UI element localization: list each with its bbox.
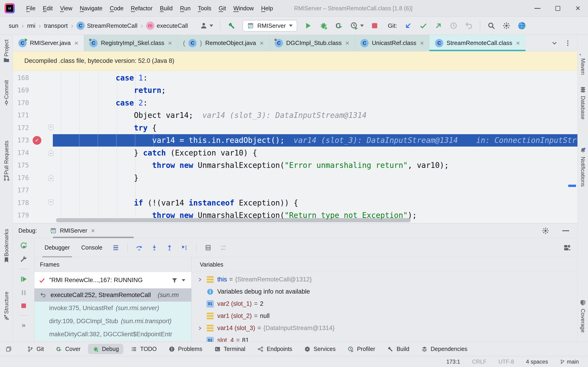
- variable-row[interactable]: slot_4=81: [191, 334, 578, 342]
- frame-row[interactable]: executeCall:252, StreamRemoteCall(sun.rm: [35, 289, 191, 302]
- code-line-178[interactable]: 178 if (!(var14 instanceof Exception)) {: [13, 197, 578, 209]
- variable-row[interactable]: this={StreamRemoteCall@1312}: [191, 273, 578, 286]
- code-line-176[interactable]: 176 }: [13, 172, 578, 184]
- tab-remoteobject-java[interactable]: ()RemoteObject.java×: [178, 35, 269, 51]
- breadcrumb-item-executecall[interactable]: executeCall: [144, 21, 190, 31]
- fold-marker-icon[interactable]: [48, 175, 53, 181]
- menu-git[interactable]: Git: [215, 4, 230, 13]
- code-with-me-button[interactable]: [200, 22, 213, 30]
- variable-row[interactable]: var14 (slot_3)={DataInputStream@1314}: [191, 322, 578, 334]
- debug-settings-wrench-button[interactable]: [20, 256, 27, 263]
- stripe-item-pull-requests[interactable]: Pull Requests: [3, 141, 10, 184]
- close-icon[interactable]: ×: [74, 40, 78, 47]
- expand-chevron-icon[interactable]: [197, 325, 203, 331]
- tool-button-git[interactable]: Git: [23, 344, 48, 354]
- close-button[interactable]: ×: [568, 0, 588, 17]
- breadcrumb-item-transport[interactable]: transport: [42, 21, 69, 30]
- git-push-button[interactable]: [434, 22, 443, 30]
- tool-button-todo[interactable]: TODO: [126, 344, 161, 354]
- code-line-177[interactable]: 177: [13, 184, 578, 197]
- close-icon[interactable]: ×: [91, 227, 95, 234]
- tool-button-cover[interactable]: CCover: [51, 344, 85, 354]
- tab-unicastref-class[interactable]: UnicastRef.class×: [355, 35, 430, 51]
- menu-tools[interactable]: Tools: [194, 4, 215, 13]
- code-line-169[interactable]: 169 return;: [13, 84, 578, 97]
- run-configuration-select[interactable]: RMIServer: [242, 20, 297, 32]
- resume-button[interactable]: [20, 275, 27, 283]
- tool-button-debug[interactable]: Debug: [88, 344, 124, 354]
- close-icon[interactable]: ×: [345, 40, 349, 47]
- step-into-button[interactable]: [151, 244, 158, 251]
- menu-edit[interactable]: Edit: [39, 4, 56, 13]
- tool-window-switcher-button[interactable]: [6, 346, 12, 352]
- breadcrumb-item-rmi[interactable]: rmi: [25, 21, 37, 30]
- tool-button-problems[interactable]: Problems: [164, 344, 207, 354]
- step-out-button[interactable]: [166, 244, 173, 251]
- scrollbar-thumb[interactable]: [568, 185, 576, 187]
- tab-rmiserver-java[interactable]: RMIServer.java×: [13, 35, 84, 51]
- maximize-button[interactable]: [548, 0, 568, 17]
- hide-panel-button[interactable]: [562, 230, 569, 231]
- horizontal-scrollbar[interactable]: [56, 218, 411, 222]
- history-button[interactable]: [450, 22, 458, 30]
- stripe-item-notifications[interactable]: Notifications: [579, 147, 586, 187]
- file-encoding[interactable]: UTF-8: [498, 359, 514, 365]
- code-line-173[interactable]: 173 var14 = this.in.readObject(); var14 …: [13, 134, 578, 147]
- hidden-tabs-chevron-icon[interactable]: [551, 40, 558, 47]
- stripe-item-maven[interactable]: mMaven: [579, 49, 586, 75]
- menu-file[interactable]: File: [23, 4, 39, 13]
- git-commit-button[interactable]: [419, 22, 427, 30]
- close-icon[interactable]: ×: [168, 40, 172, 47]
- step-over-button[interactable]: [136, 244, 143, 251]
- tab-registryimpl-skel-class[interactable]: RegistryImpl_Skel.class×: [84, 35, 178, 51]
- minimize-button[interactable]: [527, 0, 548, 17]
- frame-row[interactable]: dirty:109, DGCImpl_Stub(sun.rmi.transpor…: [35, 315, 191, 328]
- tool-button-services[interactable]: Services: [300, 344, 340, 354]
- line-separator[interactable]: CRLF: [472, 359, 486, 365]
- profiler-button[interactable]: [350, 22, 364, 30]
- variable-row[interactable]: Variables debug info not available: [191, 286, 578, 298]
- code-line-168[interactable]: 168 case 1:: [13, 72, 578, 84]
- code-line-171[interactable]: 171 Object var14; var14 (slot_3): DataIn…: [13, 109, 578, 122]
- layout-settings-button[interactable]: [563, 244, 571, 252]
- fold-marker-icon[interactable]: [48, 150, 53, 156]
- run-button[interactable]: [304, 22, 312, 30]
- close-icon[interactable]: ×: [516, 40, 520, 47]
- search-everywhere-button[interactable]: [487, 22, 495, 30]
- git-branch[interactable]: main: [560, 359, 579, 365]
- pause-button[interactable]: [20, 289, 27, 296]
- frame-row[interactable]: makeDirtyCall:382, DGCClient$EndpointEnt…: [35, 328, 191, 341]
- settings-button[interactable]: [502, 22, 510, 30]
- menu-view[interactable]: View: [56, 4, 76, 13]
- variable-row[interactable]: var2 (slot_1)=2: [191, 298, 578, 310]
- stripe-item-commit[interactable]: Commit: [3, 80, 10, 109]
- menu-navigate[interactable]: Navigate: [76, 4, 106, 13]
- ai-assistant-button[interactable]: [518, 21, 526, 30]
- build-project-button[interactable]: [227, 22, 236, 30]
- breadcrumb-item-streamremotecall[interactable]: StreamRemoteCall: [75, 21, 139, 31]
- run-to-cursor-button[interactable]: [181, 244, 188, 251]
- thread-selector[interactable]: "RMI RenewCle...,167: RUNNING: [35, 272, 191, 289]
- git-update-button[interactable]: [404, 22, 412, 30]
- menu-run[interactable]: Run: [176, 4, 194, 13]
- code-line-175[interactable]: 175 throw new UnmarshalException("Error …: [13, 159, 578, 172]
- close-icon[interactable]: ×: [260, 40, 264, 47]
- code-editor[interactable]: 168 case 1:169 return;170 case 2:171 Obj…: [13, 71, 578, 223]
- tab-console[interactable]: Console: [79, 238, 104, 257]
- fold-marker-icon[interactable]: [48, 200, 53, 206]
- rerun-button[interactable]: [19, 241, 28, 250]
- tool-button-terminal[interactable]: Terminal: [210, 344, 250, 354]
- stripe-item-structure[interactable]: Structure: [3, 292, 10, 323]
- stripe-item-project[interactable]: Project: [3, 40, 10, 66]
- debug-settings-button[interactable]: [542, 227, 549, 235]
- tab-streamremotecall-class[interactable]: StreamRemoteCall.class×: [430, 35, 526, 51]
- debug-button[interactable]: [319, 21, 328, 30]
- stop-button[interactable]: [371, 22, 379, 30]
- more-actions-button[interactable]: »: [22, 322, 26, 328]
- code-line-170[interactable]: 170 case 2:: [13, 97, 578, 109]
- filter-icon[interactable]: [171, 277, 178, 284]
- fold-marker-icon[interactable]: [48, 125, 53, 131]
- menu-help[interactable]: Help: [258, 4, 277, 13]
- run-with-coverage-button[interactable]: C: [335, 22, 343, 30]
- tab-options-kebab-icon[interactable]: [564, 40, 571, 47]
